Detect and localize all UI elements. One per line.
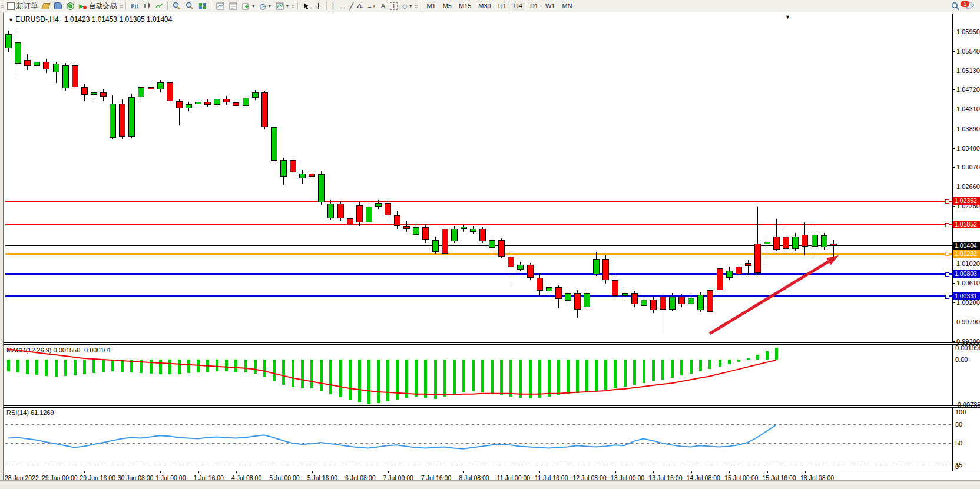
chart-shift-marker[interactable]: ▼: [785, 14, 790, 20]
zoom-out-button[interactable]: [183, 1, 196, 11]
candle: [802, 235, 808, 247]
time-tick: [502, 471, 502, 473]
cursor-tool[interactable]: [300, 1, 312, 11]
toolbar-grip[interactable]: [1, 2, 4, 10]
macd-histogram-bar: [624, 360, 627, 387]
macd-histogram-bar: [121, 360, 124, 372]
price-level-line[interactable]: [5, 253, 952, 255]
autotrade-button[interactable]: ▶ 自动交易: [77, 1, 119, 11]
market-watch-button[interactable]: [40, 1, 52, 11]
toolbar-grip3[interactable]: [292, 2, 294, 10]
macd-histogram-bar: [604, 360, 607, 390]
candle: [451, 229, 458, 241]
candle: [508, 257, 514, 267]
price-level-line[interactable]: [5, 273, 952, 275]
symbol-label: EURUSD-,H4: [15, 15, 58, 24]
indicator-window-button[interactable]: [214, 1, 227, 11]
chart-window[interactable]: ▼ EURUSD-,H4 1.01423 1.01453 1.01385 1.0…: [3, 12, 980, 481]
line-handle-marker[interactable]: [945, 199, 949, 204]
fibonacci-icon: ≡: [368, 3, 372, 9]
timeframe-button-W1[interactable]: W1: [542, 1, 558, 11]
signals-button[interactable]: [64, 1, 77, 11]
candle: [537, 278, 543, 291]
macd-histogram-bar: [529, 360, 532, 398]
symbol-dropdown-icon[interactable]: ▼: [8, 17, 14, 23]
timeframe-button-H4[interactable]: H4: [511, 1, 526, 11]
timeframe-button-M5[interactable]: M5: [440, 1, 455, 11]
candle: [72, 65, 78, 88]
macd-histogram-bar: [310, 360, 313, 388]
line-handle-marker[interactable]: [945, 272, 949, 277]
price-tick: [952, 109, 955, 109]
price-tick: [952, 89, 955, 90]
macd-histogram-bar: [614, 360, 617, 388]
trendline-tool[interactable]: ╱: [347, 1, 356, 11]
cursor-icon: [303, 2, 310, 10]
autotrade-stop-dot: [83, 6, 87, 9]
price-tick-label: 1.02660: [956, 183, 980, 190]
indicator-list-icon: [229, 2, 237, 10]
text-tool[interactable]: A: [379, 1, 388, 11]
indicator-list-button[interactable]: [227, 1, 240, 11]
text-label-tool[interactable]: T: [388, 1, 400, 11]
macd-histogram-bar: [349, 360, 352, 400]
price-level-line[interactable]: [5, 224, 952, 225]
fibonacci-tool[interactable]: ≡ F: [366, 1, 379, 11]
template-dropdown[interactable]: ▾: [273, 1, 291, 11]
line-chart-button[interactable]: [153, 1, 165, 11]
arrows-tool-dropdown[interactable]: ◇ ▾: [400, 1, 414, 11]
new-order-button[interactable]: 新订单: [5, 1, 40, 11]
price-level-line[interactable]: [5, 245, 952, 246]
zoom-in-button[interactable]: [170, 1, 183, 11]
macd-histogram-bar: [633, 360, 636, 385]
macd-histogram-bar: [434, 360, 437, 399]
arrows-icon: ◇: [402, 3, 407, 9]
macd-histogram-bar: [424, 360, 427, 398]
channel-tool[interactable]: ⁄⁄ E: [356, 1, 365, 11]
macd-histogram-bar: [396, 360, 399, 400]
line-handle-marker[interactable]: [945, 295, 949, 299]
time-tick: [388, 471, 389, 473]
timeframe-button-M1[interactable]: M1: [423, 1, 438, 11]
hline-tool[interactable]: ─: [338, 1, 347, 11]
macd-histogram-bar: [680, 360, 683, 375]
toolbar-grip4[interactable]: [415, 2, 418, 10]
candle: [783, 237, 789, 249]
candle: [24, 60, 31, 66]
candle: [394, 215, 400, 226]
data-window-icon: [54, 2, 62, 9]
period-dropdown[interactable]: ◷ ▾: [257, 1, 273, 11]
ohlc-values: 1.01423 1.01453 1.01385 1.01404: [64, 15, 173, 24]
notifications-button[interactable]: 1: [962, 1, 976, 11]
pane-splitter-2[interactable]: [4, 405, 980, 408]
candle: [233, 102, 239, 106]
candle-chart-button[interactable]: [141, 1, 153, 11]
price-tick-label: 1.03480: [956, 145, 980, 152]
search-icon: [951, 2, 960, 11]
crosshair-tool[interactable]: [312, 1, 325, 11]
tile-windows-button[interactable]: [196, 1, 209, 11]
timeframe-button-MN[interactable]: MN: [559, 1, 575, 11]
macd-histogram-bar: [585, 360, 588, 392]
timeframe-button-D1[interactable]: D1: [527, 1, 541, 11]
toolbar-grip2[interactable]: [120, 2, 122, 10]
add-indicator-dropdown[interactable]: ▾: [240, 1, 257, 11]
time-tick: [236, 471, 237, 473]
line-handle-marker[interactable]: [945, 223, 949, 227]
candle: [356, 205, 363, 222]
time-tick: [160, 471, 161, 473]
line-handle-marker[interactable]: [945, 252, 949, 256]
pane-splitter-1[interactable]: [4, 342, 980, 345]
vline-tool[interactable]: │: [329, 1, 338, 11]
timeframe-button-H1[interactable]: H1: [495, 1, 509, 11]
macd-histogram-bar: [671, 360, 674, 378]
price-level-line[interactable]: [5, 201, 952, 202]
timeframe-button-M15[interactable]: M15: [456, 1, 474, 11]
price-tick-label: 1.04310: [956, 105, 980, 112]
timeframe-button-M30[interactable]: M30: [475, 1, 494, 11]
data-window-button[interactable]: [52, 1, 64, 11]
zoom-out-icon: [186, 2, 194, 10]
price-level-line[interactable]: [5, 295, 952, 297]
time-tick: [274, 471, 274, 473]
bar-chart-button[interactable]: [128, 1, 141, 11]
